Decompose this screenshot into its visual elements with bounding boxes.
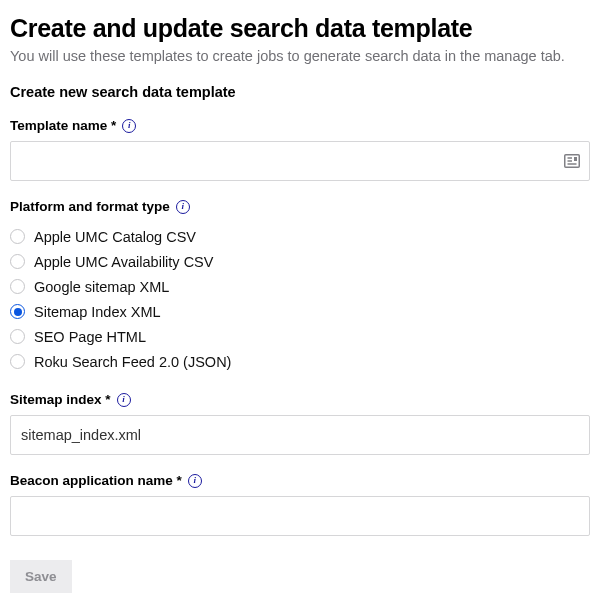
- info-icon[interactable]: [122, 119, 136, 133]
- sitemap-index-input[interactable]: [10, 415, 590, 455]
- sitemap-index-label: Sitemap index *: [10, 392, 111, 407]
- radio-label: Sitemap Index XML: [34, 304, 161, 320]
- template-name-label: Template name *: [10, 118, 116, 133]
- radio-icon: [10, 304, 25, 319]
- info-icon[interactable]: [117, 393, 131, 407]
- info-icon[interactable]: [176, 200, 190, 214]
- page-subtitle: You will use these templates to create j…: [10, 48, 590, 64]
- radio-icon: [10, 354, 25, 369]
- beacon-app-input[interactable]: [10, 496, 590, 536]
- platform-radio-group: Apple UMC Catalog CSVApple UMC Availabil…: [10, 224, 590, 374]
- template-name-input[interactable]: [10, 141, 590, 181]
- radio-label: Google sitemap XML: [34, 279, 169, 295]
- save-button[interactable]: Save: [10, 560, 72, 593]
- radio-icon: [10, 329, 25, 344]
- radio-icon: [10, 254, 25, 269]
- radio-label: Apple UMC Catalog CSV: [34, 229, 196, 245]
- radio-label: Apple UMC Availability CSV: [34, 254, 213, 270]
- radio-icon: [10, 279, 25, 294]
- platform-label: Platform and format type: [10, 199, 170, 214]
- platform-radio-option[interactable]: Apple UMC Availability CSV: [10, 249, 590, 274]
- platform-radio-option[interactable]: SEO Page HTML: [10, 324, 590, 349]
- radio-label: SEO Page HTML: [34, 329, 146, 345]
- platform-radio-option[interactable]: Google sitemap XML: [10, 274, 590, 299]
- info-icon[interactable]: [188, 474, 202, 488]
- page-title: Create and update search data template: [10, 14, 590, 43]
- beacon-app-label: Beacon application name *: [10, 473, 182, 488]
- platform-radio-option[interactable]: Sitemap Index XML: [10, 299, 590, 324]
- radio-icon: [10, 229, 25, 244]
- radio-label: Roku Search Feed 2.0 (JSON): [34, 354, 231, 370]
- platform-radio-option[interactable]: Roku Search Feed 2.0 (JSON): [10, 349, 590, 374]
- section-heading: Create new search data template: [10, 84, 590, 100]
- platform-radio-option[interactable]: Apple UMC Catalog CSV: [10, 224, 590, 249]
